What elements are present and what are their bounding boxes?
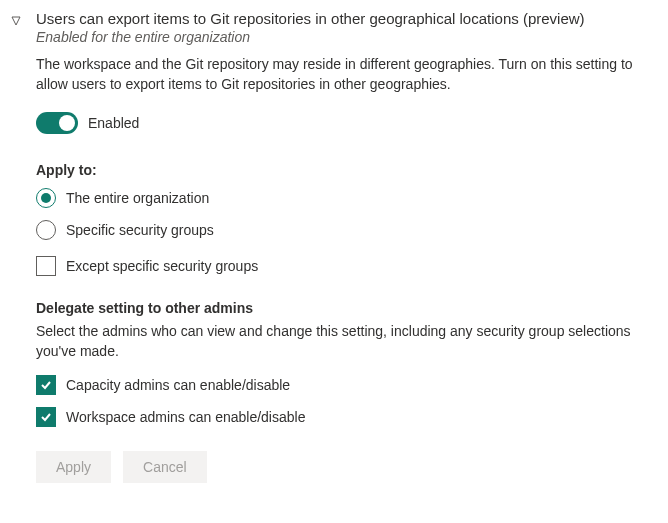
apply-button[interactable]: Apply xyxy=(36,451,111,483)
setting-title: Users can export items to Git repositori… xyxy=(36,10,648,27)
radio-entire-organization[interactable]: The entire organization xyxy=(36,188,648,208)
toggle-thumb xyxy=(59,115,75,131)
enable-toggle[interactable] xyxy=(36,112,78,134)
delegate-description: Select the admins who can view and chang… xyxy=(36,322,648,361)
checkbox-icon xyxy=(36,375,56,395)
action-buttons: Apply Cancel xyxy=(36,451,648,483)
apply-to-heading: Apply to: xyxy=(36,162,648,178)
checkbox-icon xyxy=(36,407,56,427)
setting-scope-subtitle: Enabled for the entire organization xyxy=(36,29,648,45)
checkbox-label: Except specific security groups xyxy=(66,258,258,274)
checkbox-icon xyxy=(36,256,56,276)
setting-panel: Users can export items to Git repositori… xyxy=(10,10,648,483)
enable-toggle-label: Enabled xyxy=(88,115,139,131)
collapse-icon[interactable] xyxy=(10,14,24,28)
radio-label: The entire organization xyxy=(66,190,209,206)
radio-label: Specific security groups xyxy=(66,222,214,238)
setting-content: Users can export items to Git repositori… xyxy=(36,10,648,483)
cancel-button[interactable]: Cancel xyxy=(123,451,207,483)
radio-icon xyxy=(36,188,56,208)
checkbox-capacity-admins[interactable]: Capacity admins can enable/disable xyxy=(36,375,648,395)
radio-specific-security-groups[interactable]: Specific security groups xyxy=(36,220,648,240)
delegate-heading: Delegate setting to other admins xyxy=(36,300,648,316)
radio-dot xyxy=(41,193,51,203)
checkbox-except-groups[interactable]: Except specific security groups xyxy=(36,256,648,276)
enable-toggle-row: Enabled xyxy=(36,112,648,134)
checkbox-label: Workspace admins can enable/disable xyxy=(66,409,305,425)
checkbox-label: Capacity admins can enable/disable xyxy=(66,377,290,393)
checkbox-workspace-admins[interactable]: Workspace admins can enable/disable xyxy=(36,407,648,427)
setting-description: The workspace and the Git repository may… xyxy=(36,55,648,94)
radio-icon xyxy=(36,220,56,240)
